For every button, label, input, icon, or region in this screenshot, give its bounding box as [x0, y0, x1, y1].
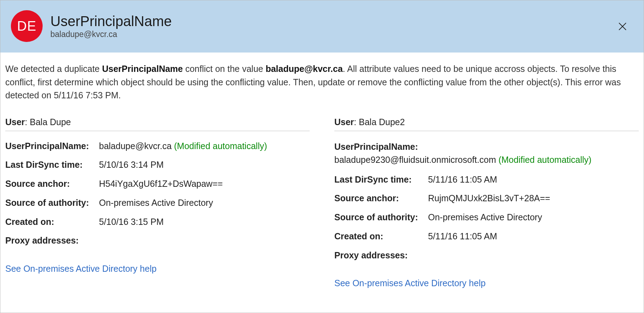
upn-label: UserPrincipalName: — [5, 140, 99, 152]
user-heading: User: Bala Dupe2 — [334, 117, 639, 131]
dirsync-label: Last DirSync time: — [5, 159, 99, 171]
page-title: UserPrincipalName — [50, 13, 172, 29]
created-value: 5/11/16 11:05 AM — [428, 231, 639, 243]
upn-row: UserPrincipalName: baladupe9230@fluidsui… — [334, 140, 639, 167]
authority-label: Source of authority: — [5, 197, 99, 209]
created-row: Created on: 5/10/16 3:15 PM — [5, 216, 310, 228]
user-name: Bala Dupe2 — [359, 117, 405, 127]
created-label: Created on: — [334, 231, 428, 243]
anchor-label: Source anchor: — [334, 192, 428, 204]
upn-value: baladupe@kvcr.ca (Modified automatically… — [99, 140, 310, 152]
help-link[interactable]: See On-premises Active Directory help — [5, 264, 156, 274]
upn-row: UserPrincipalName: baladupe@kvcr.ca (Mod… — [5, 140, 310, 152]
user-name: Bala Dupe — [30, 117, 71, 127]
authority-value: On-premises Active Directory — [428, 211, 639, 223]
anchor-value: RujmQMJUxk2BisL3vT+28A== — [428, 192, 639, 204]
modified-badge: (Modified automatically) — [174, 141, 267, 151]
desc-timestamp: 5/11/16 7:53 PM — [54, 90, 118, 100]
created-value: 5/10/16 3:15 PM — [99, 216, 310, 228]
created-label: Created on: — [5, 216, 99, 228]
avatar-initials: DE — [17, 19, 37, 34]
avatar: DE — [11, 10, 43, 42]
dirsync-row: Last DirSync time: 5/10/16 3:14 PM — [5, 159, 310, 171]
proxy-label: Proxy addresses: — [334, 250, 428, 262]
proxy-row: Proxy addresses: — [5, 235, 310, 247]
help-link[interactable]: See On-premises Active Directory help — [334, 278, 485, 288]
dirsync-value: 5/10/16 3:14 PM — [99, 159, 310, 171]
dialog-frame: DE UserPrincipalName baladupe@kvcr.ca We… — [0, 0, 644, 313]
dirsync-label: Last DirSync time: — [334, 174, 428, 186]
authority-row: Source of authority: On-premises Active … — [334, 211, 639, 223]
conflict-description: We detected a duplicate UserPrincipalNam… — [5, 62, 639, 102]
page-subtitle: baladupe@kvcr.ca — [50, 30, 172, 39]
desc-attr: UserPrincipalName — [102, 64, 183, 74]
dialog-body: We detected a duplicate UserPrincipalNam… — [0, 53, 644, 313]
authority-label: Source of authority: — [334, 211, 428, 223]
desc-segment: We detected a duplicate — [5, 64, 102, 74]
upn-label: UserPrincipalName: — [334, 140, 639, 154]
proxy-label: Proxy addresses: — [5, 235, 99, 247]
anchor-row: Source anchor: RujmQMJUxk2BisL3vT+28A== — [334, 192, 639, 204]
proxy-row: Proxy addresses: — [334, 250, 639, 262]
desc-segment: conflict on the value — [183, 64, 266, 74]
proxy-value — [99, 235, 310, 247]
close-button[interactable] — [615, 19, 630, 34]
upn-text: baladupe@kvcr.ca — [99, 141, 172, 151]
dirsync-value: 5/11/16 11:05 AM — [428, 174, 639, 186]
anchor-value: H54iYgaXgU6f1Z+DsWapaw== — [99, 178, 310, 190]
upn-text: baladupe9230@fluidsuit.onmicrosoft.com — [334, 155, 496, 165]
proxy-value — [428, 250, 639, 262]
dialog-header: DE UserPrincipalName baladupe@kvcr.ca — [0, 0, 644, 53]
authority-row: Source of authority: On-premises Active … — [5, 197, 310, 209]
user-column-right: User: Bala Dupe2 UserPrincipalName: bala… — [334, 117, 639, 289]
close-icon — [617, 21, 628, 32]
modified-badge: (Modified automatically) — [499, 155, 592, 165]
anchor-row: Source anchor: H54iYgaXgU6f1Z+DsWapaw== — [5, 178, 310, 190]
compare-columns: User: Bala Dupe UserPrincipalName: balad… — [5, 117, 639, 289]
title-block: UserPrincipalName baladupe@kvcr.ca — [50, 13, 172, 39]
authority-value: On-premises Active Directory — [99, 197, 310, 209]
user-label: User — [5, 117, 25, 127]
dirsync-row: Last DirSync time: 5/11/16 11:05 AM — [334, 174, 639, 186]
created-row: Created on: 5/11/16 11:05 AM — [334, 231, 639, 243]
user-label: User — [334, 117, 354, 127]
upn-value: baladupe9230@fluidsuit.onmicrosoft.com (… — [334, 153, 639, 167]
user-column-left: User: Bala Dupe UserPrincipalName: balad… — [5, 117, 310, 289]
anchor-label: Source anchor: — [5, 178, 99, 190]
desc-value: baladupe@kvcr.ca — [266, 64, 343, 74]
desc-segment: . — [118, 90, 121, 100]
user-heading: User: Bala Dupe — [5, 117, 310, 131]
